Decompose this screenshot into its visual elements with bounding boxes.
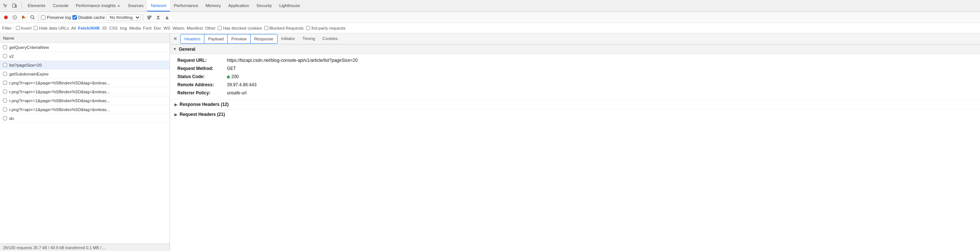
clear-button[interactable] — [20, 14, 27, 21]
filter-row: Filter Invert Hide data URLs All Fetch/X… — [0, 23, 980, 33]
network-conditions-button[interactable] — [146, 14, 153, 21]
hide-data-urls-checkbox[interactable] — [33, 26, 38, 30]
blocked-cookies-checkbox[interactable] — [218, 26, 222, 30]
item-checkbox[interactable] — [3, 63, 7, 67]
list-item[interactable]: do — [0, 114, 170, 123]
list-item[interactable]: r.png?t=api×=1&page=%5Bindex%5D&tag=&rel… — [0, 96, 170, 105]
item-checkbox[interactable] — [3, 107, 7, 112]
detail-content: ▼ General Request URL: https://bizapi.cs… — [170, 45, 980, 251]
tab-console[interactable]: Console — [49, 0, 72, 11]
tab-headers[interactable]: Headers — [181, 34, 204, 43]
status-code-row: Status Code: 200 — [177, 73, 977, 81]
remote-address-row: Remote Address: 39.97.4.86:443 — [177, 81, 977, 89]
list-item[interactable]: v2 — [0, 52, 170, 61]
request-list: getQueryCriteriaNew v2 list?pageSize=20 … — [0, 43, 170, 244]
tab-payload[interactable]: Payload — [204, 34, 228, 43]
disable-cache-label[interactable]: Disable cache — [72, 15, 105, 20]
svg-point-2 — [4, 16, 8, 19]
main-area: Name getQueryCriteriaNew v2 list?pageSiz… — [0, 33, 980, 251]
disable-cache-checkbox[interactable] — [72, 15, 77, 20]
filter-css[interactable]: CSS — [109, 26, 118, 30]
filter-other[interactable]: Other — [205, 26, 216, 30]
item-checkbox[interactable] — [3, 45, 7, 49]
filter-doc[interactable]: Doc — [154, 26, 161, 30]
item-checkbox[interactable] — [3, 72, 7, 76]
tab-network[interactable]: Network — [147, 0, 170, 11]
detail-close-button[interactable]: ✕ — [172, 35, 179, 43]
filter-all[interactable]: All — [71, 26, 76, 30]
item-checkbox[interactable] — [3, 99, 7, 102]
item-checkbox[interactable] — [3, 81, 7, 85]
item-checkbox[interactable] — [3, 54, 7, 58]
tab-bar: Elements Console Performance insights ▲ … — [0, 0, 980, 12]
invert-checkbox[interactable] — [16, 26, 20, 30]
svg-point-7 — [31, 16, 33, 19]
request-method-row: Request Method: GET — [177, 64, 977, 73]
list-item[interactable]: getSubdomainExpire — [0, 70, 170, 78]
import-button[interactable] — [154, 14, 162, 21]
filter-js[interactable]: JS — [102, 26, 107, 30]
list-item-selected[interactable]: list?pageSize=20 — [0, 61, 170, 70]
tab-lighthouse[interactable]: Lighthouse — [276, 0, 304, 11]
filter-invert[interactable]: Invert — [16, 26, 32, 30]
blocked-requests-checkbox[interactable] — [264, 26, 268, 30]
svg-rect-1 — [16, 5, 17, 7]
tab-performance-insights[interactable]: Performance insights ▲ — [72, 0, 124, 11]
tab-sources[interactable]: Sources — [124, 0, 147, 11]
filter-fetch-xhr[interactable]: Fetch/XHR — [78, 26, 99, 30]
filter-3rd-party[interactable]: 3rd-party requests — [306, 26, 345, 30]
response-headers-header[interactable]: ▶ Response Headers (12) — [170, 99, 980, 109]
item-checkbox[interactable] — [3, 116, 7, 120]
tab-application[interactable]: Application — [225, 0, 253, 11]
tab-memory[interactable]: Memory — [202, 0, 225, 11]
tab-preview[interactable]: Preview — [228, 34, 251, 43]
filter-wasm[interactable]: Wasm — [173, 26, 185, 30]
tab-timing[interactable]: Timing — [299, 33, 318, 44]
filter-blocked-requests[interactable]: Blocked Requests — [264, 26, 304, 30]
record-button[interactable] — [2, 14, 10, 21]
tab-response[interactable]: Response — [251, 34, 277, 43]
tab-initiator[interactable]: Initiator — [277, 33, 299, 44]
device-icon[interactable] — [10, 2, 19, 10]
list-item[interactable]: r.png?t=api×=1&page=%5Bindex%5D&tag=&rel… — [0, 105, 170, 114]
tab-performance[interactable]: Performance — [170, 0, 202, 11]
preserve-log-checkbox[interactable] — [41, 15, 45, 20]
request-headers-triangle: ▶ — [174, 112, 177, 117]
throttle-select[interactable]: No throttling — [107, 14, 141, 21]
filter-manifest[interactable]: Manifest — [187, 26, 202, 30]
filter-font[interactable]: Font — [143, 26, 151, 30]
item-checkbox[interactable] — [3, 90, 7, 94]
svg-line-4 — [14, 17, 16, 18]
status-dot — [227, 75, 230, 78]
right-panel: ✕ Headers Payload Preview Response Initi… — [170, 33, 980, 251]
filter-img[interactable]: Img — [120, 26, 127, 30]
inspect-icon[interactable] — [2, 2, 10, 10]
svg-rect-0 — [13, 4, 15, 7]
filter-hide-data-urls[interactable]: Hide data URLs — [33, 26, 69, 30]
tab-elements[interactable]: Elements — [24, 0, 49, 11]
general-section-body: Request URL: https://bizapi.csdn.net/blo… — [170, 54, 980, 99]
preserve-log-label[interactable]: Preserve log — [41, 15, 71, 20]
toolbar: Preserve log Disable cache No throttling — [0, 12, 980, 23]
general-triangle: ▼ — [173, 47, 177, 51]
request-url-row: Request URL: https://bizapi.csdn.net/blo… — [177, 56, 977, 64]
export-button[interactable] — [163, 14, 171, 21]
list-item[interactable]: getQueryCriteriaNew — [0, 43, 170, 52]
performance-insights-icon: ▲ — [117, 3, 121, 7]
third-party-checkbox[interactable] — [306, 26, 310, 30]
general-section-header[interactable]: ▼ General — [170, 45, 980, 54]
list-item[interactable]: r.png?t=api×=1&page=%5Bindex%5D&tag=&rel… — [0, 78, 170, 87]
search-icon-button[interactable] — [29, 14, 36, 21]
filter-ws[interactable]: WS — [164, 26, 171, 30]
tab-cookies[interactable]: Cookies — [319, 33, 342, 44]
filter-media[interactable]: Media — [129, 26, 141, 30]
response-headers-triangle: ▶ — [174, 102, 177, 107]
toolbar-separator-2 — [143, 14, 143, 21]
list-item[interactable]: r.png?t=api×=1&page=%5Bindex%5D&tag=&rel… — [0, 87, 170, 96]
tab-security[interactable]: Security — [253, 0, 276, 11]
stop-button[interactable] — [11, 14, 19, 21]
request-headers-header[interactable]: ▶ Request Headers (21) — [170, 109, 980, 119]
svg-line-8 — [33, 18, 34, 19]
filter-has-blocked-cookies[interactable]: Has blocked cookies — [218, 26, 262, 30]
detail-tabs-bar: ✕ Headers Payload Preview Response Initi… — [170, 33, 980, 45]
